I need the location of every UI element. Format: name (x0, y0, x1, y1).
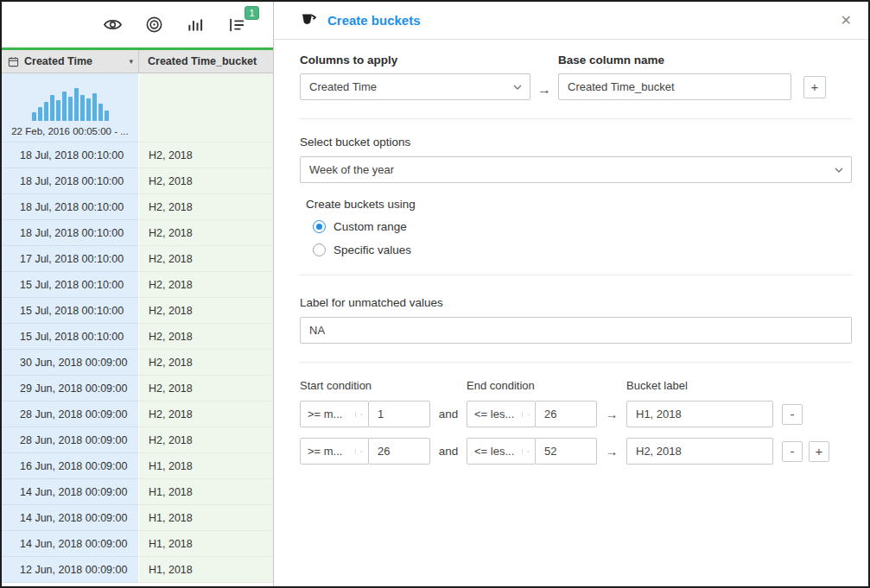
column-menu-caret-icon[interactable]: ▾ (129, 57, 133, 66)
created-time-cell[interactable]: 28 Jun, 2018 00:09:00 (2, 401, 139, 427)
bucket-cell[interactable]: H2, 2018 (139, 272, 273, 298)
bucket-options-select[interactable]: Week of the year (300, 156, 852, 183)
start-value-input[interactable] (368, 401, 430, 427)
add-condition-button[interactable]: + (809, 441, 829, 462)
bucket-cell[interactable]: H2, 2018 (139, 427, 273, 453)
end-value-input[interactable] (535, 401, 597, 427)
panel-content: Columns to apply Created Time → Base col… (274, 40, 868, 586)
column-header-created-time-bucket[interactable]: Created Time_bucket (139, 50, 273, 73)
close-icon[interactable]: ✕ (841, 14, 852, 28)
grid-toolbar: 1 (2, 2, 273, 47)
table-row[interactable]: 15 Jul, 2018 00:10:00 H2, 2018 (2, 298, 273, 324)
end-operator-select[interactable]: <= les... (467, 401, 536, 427)
histogram-bar (74, 88, 79, 121)
created-time-cell[interactable]: 15 Jul, 2018 00:10:00 (2, 324, 139, 350)
table-row[interactable]: 29 Jun, 2018 00:09:00 H2, 2018 (2, 376, 273, 401)
remove-condition-button[interactable]: - (782, 441, 803, 462)
created-time-cell[interactable]: 28 Jun, 2018 00:09:00 (2, 427, 139, 453)
table-row[interactable]: 28 Jun, 2018 00:09:00 H2, 2018 (2, 427, 273, 453)
column-stats-icon[interactable] (185, 15, 206, 35)
created-time-cell[interactable]: 18 Jul, 2018 00:10:00 (2, 168, 139, 194)
radio-option-specific-values[interactable]: Specific values (313, 243, 852, 256)
histogram-cell[interactable]: 22 Feb, 2016 00:05:00 - ... (2, 73, 139, 142)
condition-headers: Start condition End condition Bucket lab… (300, 379, 852, 392)
table-row[interactable]: 15 Jul, 2018 00:10:00 H2, 2018 (2, 272, 273, 298)
bucket-cell[interactable]: H2, 2018 (139, 246, 273, 272)
bucket-options-value: Week of the year (309, 163, 394, 176)
radio-option-custom-range[interactable]: Custom range (313, 220, 852, 233)
created-time-cell[interactable]: 17 Jul, 2018 00:10:00 (2, 246, 139, 272)
bucket-cell[interactable]: H2, 2018 (139, 324, 273, 350)
column-header-created-time[interactable]: Created Time ▾ (2, 50, 139, 73)
bucket-cell[interactable]: H2, 2018 (139, 194, 273, 220)
table-row[interactable]: 18 Jul, 2018 00:10:00 H2, 2018 (2, 220, 273, 246)
bucket-options-label: Select bucket options (300, 136, 852, 149)
table-row[interactable]: 15 Jul, 2018 00:10:00 H2, 2018 (2, 324, 273, 350)
table-row[interactable]: 14 Jun, 2018 00:09:00 H1, 2018 (2, 479, 273, 505)
histogram-bar (105, 111, 109, 121)
radio-icon[interactable] (313, 220, 326, 233)
start-value-input[interactable] (368, 438, 430, 465)
bucket-cell[interactable]: H2, 2018 (139, 350, 273, 376)
start-operator-select[interactable]: >= m... (300, 401, 369, 427)
panel-title: Create buckets (327, 13, 421, 28)
calendar-icon (8, 56, 19, 67)
created-time-cell[interactable]: 14 Jun, 2018 00:09:00 (2, 479, 139, 505)
end-value-input[interactable] (535, 438, 597, 465)
created-time-cell[interactable]: 30 Jun, 2018 00:09:00 (2, 350, 139, 376)
bucket-cell[interactable]: H2, 2018 (139, 298, 273, 324)
created-time-cell[interactable]: 14 Jun, 2018 00:09:00 (2, 505, 139, 531)
bucket-label-input[interactable] (626, 438, 773, 465)
table-row[interactable]: 18 Jul, 2018 00:10:00 H2, 2018 (2, 168, 273, 194)
bucket-cell[interactable]: H1, 2018 (139, 479, 273, 505)
table-row[interactable]: 12 Jun, 2018 00:09:00 H1, 2018 (2, 557, 273, 583)
end-operator-select[interactable]: <= les... (467, 438, 536, 465)
created-time-cell[interactable]: 18 Jul, 2018 00:10:00 (2, 142, 139, 168)
bucket-cell[interactable]: H1, 2018 (139, 557, 273, 583)
start-operator-select[interactable]: >= m... (300, 438, 369, 465)
base-column-input[interactable] (558, 73, 791, 100)
radio-label: Custom range (333, 220, 407, 233)
bucket-cell[interactable]: H2, 2018 (139, 376, 273, 401)
bucket-label-header: Bucket label (626, 379, 688, 392)
table-row[interactable]: 14 Jun, 2018 00:09:00 H1, 2018 (2, 505, 273, 531)
columns-to-apply-select[interactable]: Created Time (300, 73, 530, 100)
chevron-down-icon (355, 412, 363, 417)
applied-steps-icon[interactable]: 1 (226, 15, 247, 35)
bucket-cell[interactable]: H1, 2018 (139, 531, 273, 557)
and-label: and (430, 445, 467, 458)
bucket-cell[interactable]: H1, 2018 (139, 505, 273, 531)
table-row[interactable]: 18 Jul, 2018 00:10:00 H2, 2018 (2, 142, 273, 168)
eye-icon[interactable] (102, 15, 123, 35)
table-row[interactable]: 17 Jul, 2018 00:10:00 H2, 2018 (2, 246, 273, 272)
created-time-cell[interactable]: 15 Jul, 2018 00:10:00 (2, 298, 139, 324)
histogram-row: 22 Feb, 2016 00:05:00 - ... (2, 73, 273, 142)
table-row[interactable]: 18 Jul, 2018 00:10:00 H2, 2018 (2, 194, 273, 220)
condition-rows: >= m... and <= les... → - + >= m... and … (300, 401, 852, 465)
table-row[interactable]: 28 Jun, 2018 00:09:00 H2, 2018 (2, 401, 273, 427)
unmatched-value-input[interactable] (300, 317, 852, 344)
add-column-button[interactable]: + (803, 76, 826, 98)
remove-condition-button[interactable]: - (782, 404, 803, 425)
panel-header: Create buckets ✕ (274, 2, 868, 40)
created-time-cell[interactable]: 18 Jul, 2018 00:10:00 (2, 220, 139, 246)
bucket-label-input[interactable] (626, 401, 773, 427)
created-time-cell[interactable]: 15 Jul, 2018 00:10:00 (2, 272, 139, 298)
created-time-cell[interactable]: 18 Jul, 2018 00:10:00 (2, 194, 139, 220)
bucket-cell[interactable]: H2, 2018 (139, 220, 273, 246)
table-row[interactable]: 14 Jun, 2018 00:09:00 H1, 2018 (2, 531, 273, 557)
bucket-cell[interactable]: H2, 2018 (139, 401, 273, 427)
radio-icon[interactable] (313, 243, 326, 256)
table-row[interactable]: 30 Jun, 2018 00:09:00 H2, 2018 (2, 350, 273, 376)
columns-to-apply-label: Columns to apply (300, 54, 530, 66)
created-time-cell[interactable]: 14 Jun, 2018 00:09:00 (2, 531, 139, 557)
table-row[interactable]: 16 Jun, 2018 00:09:00 H1, 2018 (2, 453, 273, 479)
bucket-cell[interactable]: H2, 2018 (139, 142, 273, 168)
bucket-cell[interactable]: H1, 2018 (139, 453, 273, 479)
bucket-cell[interactable]: H2, 2018 (139, 168, 273, 194)
target-icon[interactable] (143, 15, 164, 35)
created-time-cell[interactable]: 12 Jun, 2018 00:09:00 (2, 557, 139, 583)
histogram-bucket-cell (139, 73, 273, 142)
created-time-cell[interactable]: 29 Jun, 2018 00:09:00 (2, 376, 139, 401)
created-time-cell[interactable]: 16 Jun, 2018 00:09:00 (2, 453, 139, 479)
